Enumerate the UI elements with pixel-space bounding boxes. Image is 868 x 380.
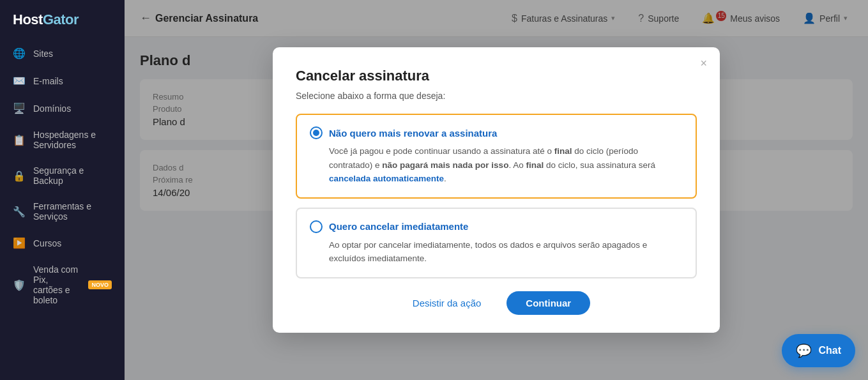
logo: HostGator [0, 0, 125, 40]
modal-close-button[interactable]: × [700, 57, 707, 69]
lock-icon: 🔒 [13, 170, 26, 182]
sidebar: HostGator 🌐 Sites ✉️ E-mails 🖥️ Domínios… [0, 0, 125, 380]
tools-icon: 🔧 [13, 206, 26, 218]
radio-desc-2: Ao optar por cancelar imediatamente, tod… [310, 238, 683, 266]
monitor-icon: 🖥️ [13, 102, 26, 114]
radio-option-1-header: Não quero mais renovar a assinatura [310, 126, 683, 139]
sidebar-item-dominios[interactable]: 🖥️ Domínios [0, 95, 125, 122]
radio-label-1: Não quero mais renovar a assinatura [329, 128, 497, 139]
radio-desc-1: Você já pagou e pode continuar usando a … [310, 144, 683, 186]
radio-option-2-header: Quero cancelar imediatamente [310, 220, 683, 233]
radio-circle-2 [310, 220, 323, 233]
modal-subtitle: Selecione abaixo a forma que deseja: [296, 91, 697, 101]
modal-overlay: × Cancelar assinatura Selecione abaixo a… [125, 0, 868, 380]
modal-footer: Desistir da ação Continuar [296, 291, 697, 315]
shield-icon: 🛡️ [13, 279, 26, 291]
sidebar-item-cursos[interactable]: ▶️ Cursos [0, 229, 125, 257]
email-icon: ✉️ [13, 75, 26, 87]
sidebar-item-ferramentas[interactable]: 🔧 Ferramentas e Serviços [0, 194, 125, 229]
continue-button[interactable]: Continuar [506, 291, 590, 315]
modal-title: Cancelar assinatura [296, 68, 697, 84]
cancel-modal: × Cancelar assinatura Selecione abaixo a… [273, 47, 720, 333]
cancel-action-button[interactable]: Desistir da ação [402, 293, 492, 314]
server-icon: 📋 [13, 134, 26, 146]
sidebar-item-hospedagens[interactable]: 📋 Hospedagens e Servidores [0, 122, 125, 158]
radio-circle-1 [310, 126, 323, 139]
sidebar-item-seguranca[interactable]: 🔒 Segurança e Backup [0, 158, 125, 194]
radio-option-no-renewal[interactable]: Não quero mais renovar a assinatura Você… [296, 114, 697, 199]
main-area: ← Gerenciar Assinatura $ Faturas e Assin… [125, 0, 868, 380]
radio-label-2: Quero cancelar imediatamente [329, 221, 468, 232]
sidebar-item-sites[interactable]: 🌐 Sites [0, 40, 125, 67]
globe-icon: 🌐 [13, 47, 26, 59]
sidebar-item-emails[interactable]: ✉️ E-mails [0, 67, 125, 95]
chat-button[interactable]: 💬 Chat [782, 334, 855, 367]
chat-icon: 💬 [796, 343, 812, 358]
sidebar-item-venda[interactable]: 🛡️ Venda com Pix, cartões e boleto NOVO [0, 257, 125, 313]
new-badge: NOVO [88, 280, 112, 289]
radio-option-immediate-cancel[interactable]: Quero cancelar imediatamente Ao optar po… [296, 208, 697, 278]
play-icon: ▶️ [13, 237, 26, 249]
